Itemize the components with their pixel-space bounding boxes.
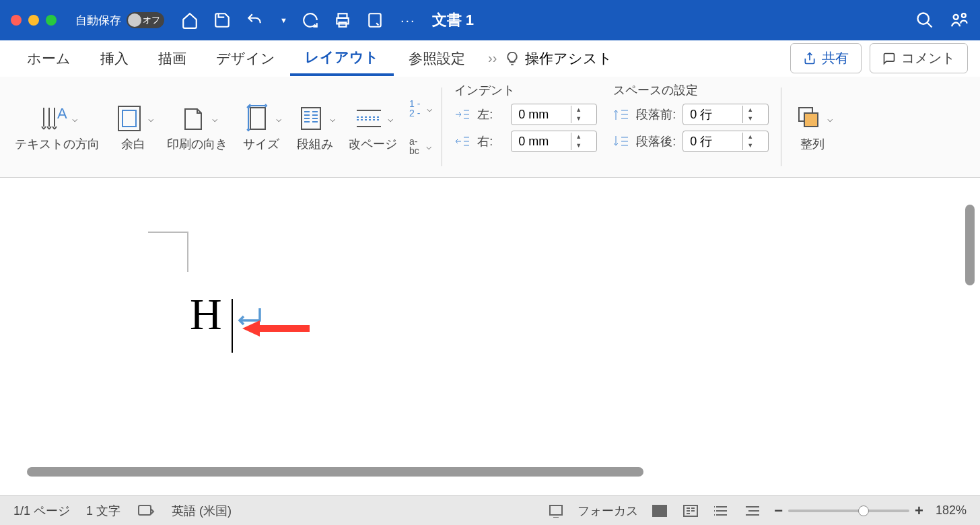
comments-button[interactable]: コメント bbox=[870, 43, 968, 73]
size-button[interactable] bbox=[241, 102, 273, 135]
titlebar: 自動保存 オフ ▼ ··· 文書 1 bbox=[0, 0, 980, 40]
svg-rect-15 bbox=[139, 505, 151, 515]
breaks-icon bbox=[353, 102, 385, 135]
save-icon[interactable] bbox=[213, 11, 232, 30]
text-cursor bbox=[232, 299, 233, 353]
status-right: フォーカス − + 182% bbox=[547, 502, 967, 520]
spin-down[interactable]: ▼ bbox=[743, 114, 757, 123]
space-before-value[interactable] bbox=[683, 108, 742, 122]
dropdown-icon[interactable]: ⌵ bbox=[388, 113, 393, 124]
svg-marker-14 bbox=[242, 320, 310, 337]
line-numbers-button[interactable]: 1 -2 - ⌵ bbox=[409, 99, 432, 118]
hyphenation-button[interactable]: a-bc ⌵ bbox=[409, 137, 432, 155]
document-text[interactable]: H bbox=[190, 289, 222, 340]
zoom-in-button[interactable]: + bbox=[915, 502, 923, 520]
orientation-button[interactable] bbox=[177, 102, 209, 135]
margins-label: 余白 bbox=[121, 137, 145, 152]
orientation-icon bbox=[177, 102, 209, 135]
window-controls bbox=[11, 15, 57, 26]
print-icon[interactable] bbox=[333, 11, 352, 30]
spin-up[interactable]: ▲ bbox=[743, 133, 757, 141]
undo-icon[interactable] bbox=[245, 11, 264, 30]
dropdown-icon[interactable]: ⌵ bbox=[148, 113, 153, 124]
svg-point-6 bbox=[962, 13, 966, 18]
minimize-button[interactable] bbox=[28, 15, 39, 26]
ln2: 2 - bbox=[409, 108, 420, 118]
margins-button[interactable] bbox=[113, 102, 145, 135]
tab-home[interactable]: ホーム bbox=[12, 42, 85, 75]
spellcheck-icon[interactable] bbox=[137, 503, 155, 518]
dropdown-icon[interactable]: ⌵ bbox=[276, 113, 281, 124]
tab-layout[interactable]: レイアウト bbox=[290, 41, 394, 76]
horizontal-scrollbar[interactable] bbox=[27, 467, 643, 477]
account-icon[interactable] bbox=[950, 11, 969, 30]
focus-label[interactable]: フォーカス bbox=[578, 503, 638, 519]
outline-icon[interactable] bbox=[743, 503, 762, 518]
space-after-input[interactable]: ▲▼ bbox=[682, 131, 769, 152]
indent-left-value[interactable] bbox=[512, 108, 571, 122]
zoom-track[interactable] bbox=[788, 510, 909, 512]
text-direction-group: A ⌵ テキストの方向 bbox=[8, 82, 106, 172]
dropdown-icon[interactable]: ⌵ bbox=[72, 113, 77, 124]
share-button[interactable]: 共有 bbox=[790, 43, 862, 73]
autosave-toggle[interactable]: 自動保存 オフ bbox=[75, 12, 164, 28]
indent-right-row: 右: ▲▼ bbox=[454, 131, 597, 152]
columns-button[interactable] bbox=[295, 102, 327, 135]
svg-rect-13 bbox=[804, 113, 818, 127]
zoom-level[interactable]: 182% bbox=[936, 503, 967, 518]
tell-me-search[interactable]: 操作アシスト bbox=[505, 49, 612, 68]
maximize-button[interactable] bbox=[46, 15, 57, 26]
indent-right-value[interactable] bbox=[512, 135, 571, 149]
ln1: 1 - bbox=[409, 99, 420, 108]
indent-left-input[interactable]: ▲▼ bbox=[511, 104, 597, 125]
spin-up[interactable]: ▲ bbox=[571, 106, 586, 114]
vertical-scrollbar[interactable] bbox=[965, 205, 975, 285]
tabs-overflow-icon[interactable]: ›› bbox=[480, 50, 505, 66]
tab-insert[interactable]: 挿入 bbox=[85, 42, 143, 75]
tab-design[interactable]: デザイン bbox=[201, 42, 290, 75]
breaks-button[interactable] bbox=[353, 102, 385, 135]
dropdown-icon[interactable]: ⌵ bbox=[212, 113, 217, 124]
arrange-label: 整列 bbox=[800, 137, 825, 152]
toggle-state: オフ bbox=[143, 14, 160, 26]
spin-down[interactable]: ▼ bbox=[743, 141, 757, 150]
space-before-input[interactable]: ▲▼ bbox=[682, 104, 769, 125]
text-direction-label: テキストの方向 bbox=[15, 137, 100, 152]
print-layout-icon[interactable] bbox=[650, 503, 669, 518]
close-button[interactable] bbox=[11, 15, 22, 26]
spin-down[interactable]: ▼ bbox=[571, 114, 586, 123]
read-mode-icon[interactable] bbox=[681, 503, 700, 518]
zoom-slider[interactable]: − + bbox=[774, 502, 923, 520]
tab-draw[interactable]: 描画 bbox=[143, 42, 201, 75]
status-bar: 1/1 ページ 1 文字 英語 (米国) フォーカス − + 182% bbox=[0, 495, 980, 525]
spin-up[interactable]: ▲ bbox=[571, 133, 586, 141]
space-after-value[interactable] bbox=[683, 135, 742, 149]
more-commands-icon[interactable]: ··· bbox=[400, 13, 416, 28]
redo-icon[interactable] bbox=[301, 11, 320, 30]
zoom-out-button[interactable]: − bbox=[774, 502, 783, 520]
tab-references[interactable]: 参照設定 bbox=[394, 42, 480, 75]
arrange-button[interactable] bbox=[792, 102, 825, 135]
spin-down[interactable]: ▼ bbox=[571, 141, 586, 150]
indent-left-label: 左: bbox=[477, 106, 504, 123]
language[interactable]: 英語 (米国) bbox=[172, 503, 232, 519]
home-icon[interactable] bbox=[180, 11, 199, 30]
template-icon[interactable] bbox=[365, 11, 384, 30]
undo-dropdown[interactable]: ▼ bbox=[280, 16, 287, 24]
dropdown-icon[interactable]: ⌵ bbox=[330, 113, 335, 124]
document-area[interactable]: H bbox=[0, 178, 980, 495]
spin-up[interactable]: ▲ bbox=[743, 106, 757, 114]
indent-right-icon bbox=[454, 135, 470, 148]
dropdown-icon[interactable]: ⌵ bbox=[827, 113, 833, 124]
page-count[interactable]: 1/1 ページ bbox=[13, 503, 70, 519]
search-icon[interactable] bbox=[915, 11, 934, 30]
indent-right-input[interactable]: ▲▼ bbox=[511, 131, 597, 152]
word-count[interactable]: 1 文字 bbox=[86, 503, 120, 519]
toggle-switch[interactable]: オフ bbox=[127, 12, 164, 28]
indent-left-row: 左: ▲▼ bbox=[454, 104, 597, 125]
focus-icon[interactable] bbox=[547, 503, 565, 518]
line-hyphen-stack: 1 -2 - ⌵ a-bc ⌵ bbox=[404, 82, 438, 172]
zoom-thumb[interactable] bbox=[858, 505, 869, 516]
text-direction-button[interactable]: A bbox=[37, 102, 69, 135]
web-layout-icon[interactable] bbox=[712, 503, 731, 518]
